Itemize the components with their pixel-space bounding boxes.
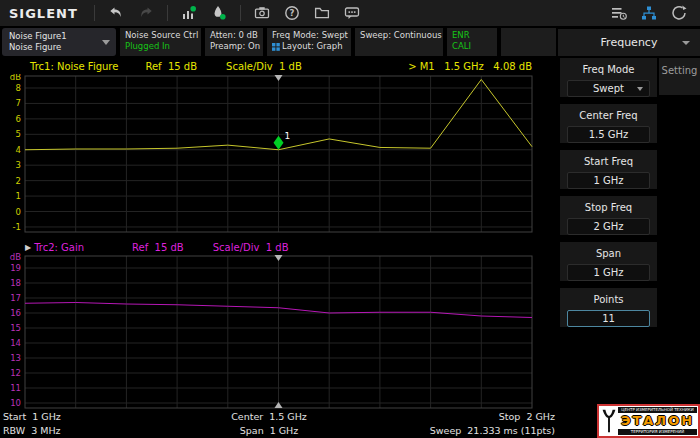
stop-freq-readout: Stop 2 GHz (365, 410, 555, 424)
divider (94, 5, 95, 21)
center-freq-value: 1.5 GHz (589, 129, 629, 140)
toolbar: SIGLENT (0, 0, 700, 27)
help-button[interactable]: ? (279, 2, 305, 24)
freq-mode-value: Freq Mode: Swept (272, 30, 346, 41)
svg-text:15: 15 (10, 323, 21, 333)
noise-figure-plot[interactable]: 876543210-1dB1 (0, 74, 558, 236)
trace1-scale-div: Scale/Div 1 dB (226, 61, 302, 72)
noise-source-status: Plugged In (125, 41, 196, 52)
divider (167, 5, 168, 21)
history-button[interactable] (666, 2, 692, 24)
cali-badge: CALI (452, 41, 492, 52)
atten-value: Atten: 0 dB (210, 30, 258, 41)
sweep-time-readout: Sweep 21.333 ms (11pts) (365, 424, 555, 438)
watermark-brand: ЭТАЛОН (618, 413, 697, 429)
calibration-icon (210, 4, 228, 22)
trace1-ref-level: Ref 15 dB (145, 61, 197, 72)
tab-setting[interactable]: Setting (659, 58, 700, 95)
tuning-fork-icon (600, 407, 618, 435)
sweep-list-icon (610, 4, 628, 22)
center-freq-field[interactable]: 1.5 GHz (567, 126, 650, 143)
stop-freq-field[interactable]: 2 GHz (567, 218, 650, 235)
chat-icon (343, 4, 361, 22)
start-freq-value: 1 GHz (593, 175, 623, 186)
status-freq-mode[interactable]: Freq Mode: Swept Layout: Graph (267, 28, 351, 56)
etalon-watermark: ЦЕНТР ИЗМЕРИТЕЛЬНОЙ ТЕХНИКИ ЭТАЛОН ТЕРРИ… (597, 404, 700, 438)
noise-source-button[interactable] (176, 2, 202, 24)
svg-text:1: 1 (285, 131, 291, 141)
status-atten-preamp[interactable]: Atten: 0 dB Preamp: On (205, 28, 263, 56)
calibration-button[interactable] (206, 2, 232, 24)
rbw-readout: RBW 3 MHz (3, 424, 173, 438)
undo-icon (107, 4, 125, 22)
start-freq-readout: Start 1 GHz (3, 410, 173, 424)
svg-text:0: 0 (16, 207, 21, 217)
menu-item-points[interactable]: Points 11 (560, 288, 657, 327)
message-button[interactable] (339, 2, 365, 24)
freq-mode-value-dropdown[interactable]: Swept (567, 80, 650, 97)
svg-text:dB: dB (10, 74, 21, 82)
status-sweep[interactable]: Sweep: Continuous (355, 28, 443, 56)
svg-text:?: ? (289, 8, 294, 18)
svg-text:7: 7 (16, 98, 21, 108)
menu-item-start-freq[interactable]: Start Freq 1 GHz (560, 150, 657, 189)
svg-text:16: 16 (10, 308, 21, 318)
status-enr-cali[interactable]: ENR CALI (447, 28, 497, 56)
status-noise-source[interactable]: Noise Source Ctrl Plugged In (120, 28, 201, 56)
enr-badge: ENR (452, 30, 492, 41)
freq-mode-label: Freq Mode (560, 62, 657, 78)
marker1-readout: > M1 1.5 GHz 4.08 dB (408, 61, 532, 72)
svg-text:19: 19 (10, 263, 21, 273)
layout-grid-icon (272, 43, 280, 51)
frequency-menu-panel: Frequency Freq Mode Swept Center Freq 1.… (558, 27, 700, 438)
svg-text:2: 2 (16, 176, 21, 186)
menu-item-span[interactable]: Span 1 GHz (560, 242, 657, 281)
svg-text:5: 5 (16, 129, 21, 139)
center-freq-readout: Center 1.5 GHz (173, 410, 365, 424)
center-freq-label: Center Freq (560, 108, 657, 124)
chevron-down-icon (102, 40, 110, 45)
redo-icon (137, 4, 155, 22)
span-field[interactable]: 1 GHz (567, 264, 650, 281)
trace1-header: Trc1: Noise Figure Ref 15 dB Scale/Div 1… (25, 60, 532, 73)
trace-selector-line2: Noise Figure (9, 42, 102, 53)
span-readout: Span 1 GHz (173, 424, 365, 438)
redo-button[interactable] (133, 2, 159, 24)
network-button[interactable] (636, 2, 662, 24)
file-button[interactable] (309, 2, 335, 24)
sweep-mode-value: Sweep: Continuous (360, 30, 438, 41)
points-field[interactable]: 11 (567, 310, 650, 327)
svg-text:14: 14 (10, 338, 21, 348)
trace1-title: Trc1: Noise Figure (30, 61, 118, 72)
svg-text:1: 1 (16, 191, 21, 201)
start-freq-field[interactable]: 1 GHz (567, 172, 650, 189)
status-empty-cell (501, 28, 556, 56)
trace-selector-dropdown[interactable]: Noise Figure1 Noise Figure (2, 28, 116, 56)
noise-source-label: Noise Source Ctrl (125, 30, 196, 41)
gain-plot[interactable]: 19181716151413121110dB (0, 252, 558, 410)
screenshot-button[interactable] (249, 2, 275, 24)
menu-title-dropdown[interactable]: Frequency (558, 29, 700, 56)
svg-text:17: 17 (10, 293, 21, 303)
span-label: Span (560, 246, 657, 262)
frequency-menu: Freq Mode Swept Center Freq 1.5 GHz Star… (560, 58, 657, 334)
setting-tab-label: Setting (662, 65, 698, 76)
svg-text:6: 6 (16, 114, 21, 124)
svg-text:dB: dB (10, 252, 21, 262)
divider (240, 5, 241, 21)
svg-text:8: 8 (16, 83, 21, 93)
chevron-down-icon (682, 41, 690, 45)
sweep-list-button[interactable] (606, 2, 632, 24)
menu-item-center-freq[interactable]: Center Freq 1.5 GHz (560, 104, 657, 143)
undo-button[interactable] (103, 2, 129, 24)
toolbar-right (604, 2, 700, 24)
stop-freq-label: Stop Freq (560, 200, 657, 216)
span-value: 1 GHz (593, 267, 623, 278)
svg-text:3: 3 (16, 160, 21, 170)
svg-text:12: 12 (10, 368, 21, 378)
svg-text:-1: -1 (13, 222, 21, 232)
chevron-down-icon (637, 87, 643, 91)
stop-freq-value: 2 GHz (593, 221, 623, 232)
menu-item-stop-freq[interactable]: Stop Freq 2 GHz (560, 196, 657, 235)
menu-item-freq-mode[interactable]: Freq Mode Swept (560, 58, 657, 97)
